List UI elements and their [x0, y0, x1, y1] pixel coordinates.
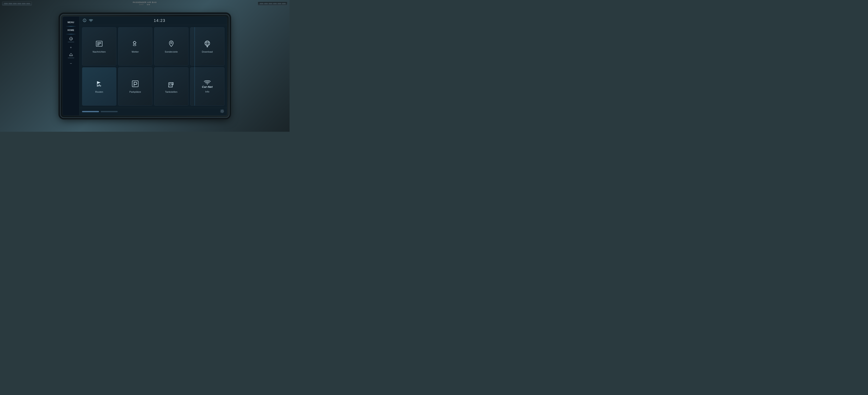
svg-point-36: [207, 84, 208, 84]
wetter-label: Wetter: [132, 51, 139, 53]
main-content: 14:23: [80, 17, 227, 115]
svg-point-11: [133, 41, 136, 44]
parking-icon: [131, 80, 139, 89]
tankstellen-label: Tankstellen: [165, 91, 178, 93]
power-button[interactable]: ⏻: [63, 35, 79, 44]
plus-icon: +: [70, 46, 72, 50]
tile-sonderziele[interactable]: Sonderziele: [154, 27, 188, 65]
svg-point-25: [97, 85, 99, 86]
svg-rect-31: [132, 81, 138, 87]
svg-point-18: [205, 41, 210, 46]
tile-routen[interactable]: Routen: [82, 67, 116, 106]
bottom-bar: [80, 108, 227, 115]
sonderziele-label: Sonderziele: [165, 51, 178, 53]
status-bar: 14:23: [80, 17, 227, 25]
svg-rect-10: [97, 45, 99, 46]
tile-info[interactable]: Car-Net Info: [190, 67, 224, 106]
source-button[interactable]: [63, 51, 79, 60]
home-label: HOME: [68, 29, 74, 31]
carnet-text: Car-Net: [202, 85, 213, 89]
download-label: Download: [202, 51, 213, 53]
sidebar-home-button[interactable]: HOME: [63, 27, 79, 33]
routen-label: Routen: [95, 91, 103, 93]
bottom-tab-1[interactable]: [82, 111, 99, 112]
svg-point-34: [173, 84, 174, 85]
svg-point-27: [100, 85, 101, 86]
infotainment-screen: MENU HOME ⏻ +: [62, 16, 227, 116]
app-grid: Nachrichten: [80, 25, 227, 108]
sidebar-divider-2: [66, 34, 76, 34]
wifi-icon: [89, 19, 93, 23]
info-label: Info: [205, 90, 210, 93]
settings-icon[interactable]: [220, 109, 224, 115]
sidebar: MENU HOME ⏻ +: [63, 17, 80, 115]
source-icon: [69, 53, 73, 57]
sidebar-menu-button[interactable]: MENU: [63, 19, 79, 26]
fuel-icon: [167, 80, 175, 89]
tile-wetter[interactable]: Wetter: [118, 27, 152, 65]
svg-rect-33: [169, 83, 172, 85]
app-grid-row-1: Nachrichten: [82, 27, 224, 65]
tile-download[interactable]: Download: [190, 27, 224, 65]
power-icon: ⏻: [69, 36, 73, 41]
app-grid-row-2: Routen Parkplätze: [82, 67, 224, 106]
svg-point-5: [91, 21, 91, 22]
volume-up-button[interactable]: +: [63, 44, 79, 51]
tile-nachrichten[interactable]: Nachrichten: [82, 27, 116, 65]
weather-icon: [131, 40, 139, 49]
nachrichten-label: Nachrichten: [93, 51, 106, 53]
sidebar-divider-1: [66, 26, 76, 27]
bottom-tab-2[interactable]: [101, 111, 118, 112]
svg-point-37: [221, 110, 223, 112]
tile-tankstellen[interactable]: Tankstellen: [154, 67, 188, 106]
carnet-wifi-icon: [204, 80, 211, 85]
minus-icon: −: [70, 61, 72, 65]
svg-point-19: [206, 41, 208, 46]
svg-point-3: [84, 20, 85, 20]
carnet-icon: Car-Net: [202, 80, 213, 89]
vertical-separator: [194, 27, 195, 106]
routes-icon: [95, 80, 103, 89]
screen-bezel: MENU HOME ⏻ +: [60, 14, 229, 118]
svg-marker-24: [97, 81, 100, 84]
svg-marker-0: [69, 53, 73, 55]
clock-display: 14:23: [96, 19, 224, 23]
volume-down-button[interactable]: −: [63, 60, 79, 67]
airbag-label: PASSENGER AIR BAG OFF ON: [133, 1, 157, 5]
download-icon: [203, 40, 211, 49]
tile-parkplaetze[interactable]: Parkplätze: [118, 67, 152, 106]
svg-point-17: [170, 42, 172, 44]
menu-label: MENU: [68, 21, 74, 24]
info-icon: [83, 19, 86, 23]
news-icon: [95, 40, 103, 49]
left-vent: [2, 2, 32, 5]
poi-icon: [167, 40, 175, 49]
svg-point-30: [99, 84, 100, 85]
right-vent: [258, 2, 287, 5]
parkplaetze-label: Parkplätze: [129, 91, 141, 93]
